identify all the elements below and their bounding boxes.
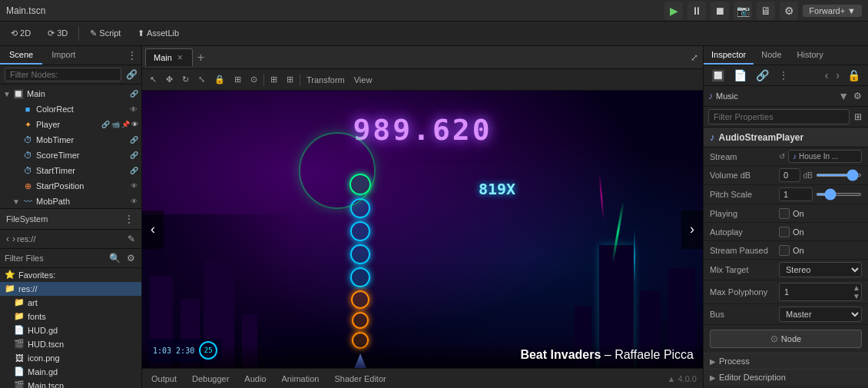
fs-search-btn[interactable]: 🔍 — [108, 251, 122, 265]
nav-arrow-left[interactable]: ‹ — [142, 211, 164, 249]
fs-res-folder[interactable]: 📁 res:// — [0, 282, 141, 296]
tree-item-mobpath[interactable]: ▼ 〰 MobPath 👁 — [0, 194, 141, 208]
btn-assetlib[interactable]: ⬆ AssetLib — [131, 26, 185, 41]
inspector-filter-btn[interactable]: ⊞ — [853, 110, 863, 124]
fs-filter-btn[interactable]: ⚙ — [125, 251, 137, 265]
tree-item-player[interactable]: ✦ Player 🔗 📹 📌 👁 — [0, 117, 141, 132]
autoplay-checkbox[interactable] — [779, 227, 790, 237]
view-tile-btn[interactable]: ⊞ — [283, 73, 297, 86]
tab-main-tscn[interactable]: Main × — [145, 48, 193, 66]
node-section-btn[interactable]: ⊙ Node — [710, 330, 862, 348]
fs-favorites[interactable]: ⭐ Favorites: — [0, 268, 141, 282]
fs-icon-png[interactable]: 🖼 icon.png — [0, 351, 141, 365]
section-editor-description[interactable]: ▶ Editor Description — [704, 369, 868, 385]
btn-2d[interactable]: ⟲ 2D — [5, 26, 37, 41]
close-tab-btn[interactable]: × — [176, 52, 184, 63]
filter-nodes-input[interactable] — [5, 68, 121, 81]
view-snap-btn[interactable]: ⊞ — [267, 73, 280, 86]
view-move-btn[interactable]: ✥ — [163, 73, 176, 86]
stream-paused-checkbox[interactable] — [779, 245, 790, 256]
tab-import[interactable]: Import — [42, 46, 84, 65]
inspector-icons-btn[interactable]: 🔲 — [708, 68, 727, 83]
max-polyphony-down-btn[interactable]: ▼ — [852, 292, 861, 300]
tab-debugger[interactable]: Debugger — [189, 374, 232, 383]
volume-value: 0 — [784, 171, 788, 180]
scene-options-button[interactable]: ⋮ — [126, 48, 138, 62]
filesystem-menu-btn[interactable]: ⋮ — [123, 212, 135, 226]
fs-forward-btn[interactable]: › — [11, 232, 17, 246]
fs-hud-tscn[interactable]: 🎬 HUD.tscn — [0, 337, 141, 351]
prop-pitch: Pitch Scale 1 — [704, 185, 868, 204]
fs-hud-gd[interactable]: 📄 HUD.gd — [0, 323, 141, 337]
link-icon[interactable]: 🔗 — [124, 68, 139, 81]
tree-item-mobtimer[interactable]: ⏱ MobTimer 🔗 — [0, 132, 141, 148]
add-tab-btn[interactable]: + — [194, 51, 207, 65]
music-dropdown-btn[interactable]: ▼ — [838, 90, 849, 102]
section-process[interactable]: ▶ Process — [704, 353, 868, 369]
inspector-more-btn[interactable]: ⋮ — [775, 68, 792, 83]
tab-scene[interactable]: Scene — [0, 46, 42, 65]
camera-button[interactable]: 📷 — [734, 2, 752, 20]
tree-item-starttimer[interactable]: ⏱ StartTimer 🔗 — [0, 163, 141, 178]
view-view-btn[interactable]: View — [351, 74, 376, 86]
tree-item-colorrect[interactable]: ■ ColorRect 👁 — [0, 101, 141, 117]
fs-main-tscn[interactable]: 🎬 Main.tscn — [0, 379, 141, 389]
max-polyphony-up-btn[interactable]: ▲ — [852, 284, 861, 292]
bus-select[interactable]: Master — [779, 307, 862, 322]
monitor-button[interactable]: 🖥 — [757, 2, 775, 20]
tab-audio[interactable]: Audio — [241, 374, 269, 383]
playing-checkbox[interactable] — [779, 208, 790, 219]
forward-button[interactable]: Forward+ ▼ — [803, 5, 862, 17]
starttimer-label: StartTimer — [36, 166, 129, 175]
pitch-slider[interactable] — [816, 193, 862, 196]
inspector-panel: Inspector Node History 🔲 📄 🔗 ⋮ ‹ › 🔒 ♪ M… — [703, 46, 868, 388]
inspector-next-btn[interactable]: › — [833, 68, 843, 83]
fs-back-btn[interactable]: ‹ — [5, 232, 11, 246]
view-group-btn[interactable]: ⊞ — [231, 73, 244, 86]
max-polyphony-label: Max Polyphony — [710, 287, 779, 297]
mix-target-select[interactable]: Stereo Surround Center — [779, 262, 862, 277]
inspector-lock-btn[interactable]: 🔒 — [844, 68, 863, 83]
view-transform-btn[interactable]: Transform — [303, 74, 348, 86]
view-rotate-btn[interactable]: ↻ — [179, 73, 192, 86]
tree-item-scoretimer[interactable]: ⏱ ScoreTimer 🔗 — [0, 148, 141, 163]
play-button[interactable]: ▶ — [664, 2, 683, 20]
mobtimer-icon: ⏱ — [22, 134, 34, 146]
fs-fonts-folder[interactable]: 📁 fonts — [0, 310, 141, 323]
stream-selector[interactable]: ♪ House In ... — [788, 150, 862, 163]
tree-item-startposition[interactable]: ⊕ StartPosition 👁 — [0, 178, 141, 194]
view-pivot-btn[interactable]: ⊙ — [247, 73, 260, 86]
fs-art-folder[interactable]: 📁 art — [0, 296, 141, 310]
view-lock-btn[interactable]: 🔒 — [211, 73, 228, 86]
tab-output[interactable]: Output — [148, 374, 180, 383]
inspector-file-btn[interactable]: 📄 — [731, 68, 750, 83]
tab-history[interactable]: History — [790, 46, 831, 65]
fs-path-edit-btn[interactable]: ✎ — [126, 232, 137, 246]
filter-properties-input[interactable] — [708, 109, 850, 124]
nav-arrow-right[interactable]: › — [681, 211, 703, 249]
filesystem-header[interactable]: FileSystem ⋮ — [0, 208, 141, 230]
tab-inspector[interactable]: Inspector — [704, 46, 754, 65]
stop-button[interactable]: ⏹ — [711, 2, 729, 20]
component-title: AudioStreamPlayer — [719, 132, 804, 143]
inspector-prev-btn[interactable]: ‹ — [822, 68, 832, 83]
view-scale-btn[interactable]: ⤡ — [195, 73, 208, 86]
tab-animation[interactable]: Animation — [279, 374, 323, 383]
btn-script[interactable]: ✎ Script — [84, 26, 127, 41]
mobtimer-badge: 🔗 — [129, 135, 138, 144]
music-settings-btn[interactable]: ⚙ — [852, 89, 863, 103]
volume-slider[interactable] — [816, 174, 862, 177]
tab-shader-editor[interactable]: Shader Editor — [331, 374, 389, 383]
component-header: ♪ AudioStreamPlayer — [704, 128, 868, 148]
tab-node[interactable]: Node — [754, 46, 789, 65]
view-cursor-btn[interactable]: ↖ — [147, 73, 160, 86]
inspector-back-btn[interactable]: 🔗 — [753, 68, 772, 83]
main-layout: Scene Import ⋮ 🔗 ⋮ ▼ 🔲 Main 🔗 — [0, 46, 868, 388]
pause-button[interactable]: ⏸ — [687, 2, 706, 20]
fs-main-gd[interactable]: 📄 Main.gd — [0, 365, 141, 379]
maximize-btn[interactable]: ⤢ — [689, 51, 700, 65]
settings-button[interactable]: ⚙ — [780, 2, 798, 20]
scoretimer-badge: 🔗 — [129, 151, 138, 160]
btn-3d[interactable]: ⟳ 3D — [41, 26, 74, 41]
tree-item-main[interactable]: ▼ 🔲 Main 🔗 — [0, 86, 141, 101]
